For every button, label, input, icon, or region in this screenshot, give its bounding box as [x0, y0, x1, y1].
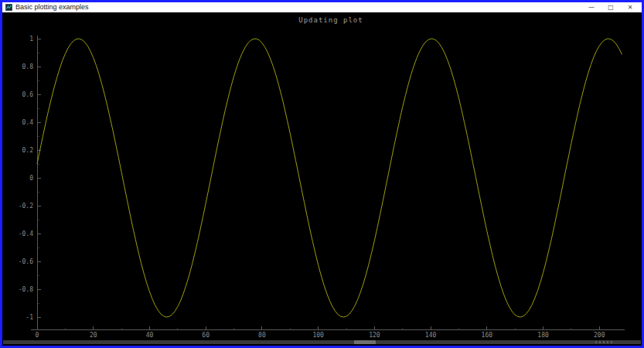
svg-text:140: 140: [425, 332, 437, 339]
title-bar[interactable]: Basic plotting examples — □ ✕: [2, 2, 642, 12]
svg-text:180: 180: [537, 332, 549, 339]
svg-text:0: 0: [36, 332, 39, 339]
svg-text:-0.8: -0.8: [19, 286, 33, 293]
svg-text:100: 100: [312, 332, 324, 339]
svg-text:-0.6: -0.6: [19, 258, 33, 265]
window-title: Basic plotting examples: [15, 2, 89, 12]
svg-text:20: 20: [90, 332, 97, 339]
svg-text:60: 60: [202, 332, 210, 339]
svg-text:-0.2: -0.2: [19, 203, 33, 210]
tick-labels: 020406080100120140160180200-1-0.8-0.6-0.…: [19, 36, 605, 339]
app-icon[interactable]: [5, 4, 12, 11]
svg-text:0.6: 0.6: [22, 91, 34, 98]
tick-marks: [37, 39, 599, 329]
plot-canvas[interactable]: 020406080100120140160180200-1-0.8-0.6-0.…: [2, 12, 642, 346]
svg-text:200: 200: [594, 332, 605, 339]
close-icon[interactable]: ✕: [625, 2, 635, 12]
svg-text:0: 0: [29, 175, 33, 182]
maximize-icon[interactable]: □: [606, 2, 615, 12]
axes: [31, 36, 625, 330]
horizontal-scrollbar-thumb[interactable]: [354, 340, 376, 344]
scrollbar-grip: [595, 341, 614, 343]
svg-text:80: 80: [258, 332, 266, 339]
svg-text:0.4: 0.4: [22, 119, 34, 126]
window-frame: Basic plotting examples — □ ✕ Updating p…: [0, 0, 644, 348]
svg-text:-0.4: -0.4: [19, 230, 33, 237]
window-controls: — □ ✕: [587, 2, 639, 12]
svg-text:0.2: 0.2: [22, 147, 34, 154]
svg-text:160: 160: [482, 332, 493, 339]
sine-curve: [37, 39, 622, 317]
plot-window-content: Updating plot 02040608010012014016018020…: [2, 12, 642, 346]
minimize-icon[interactable]: —: [587, 2, 596, 12]
svg-text:120: 120: [369, 332, 380, 339]
svg-text:-1: -1: [26, 314, 33, 321]
svg-text:1: 1: [29, 36, 33, 43]
svg-text:40: 40: [146, 332, 154, 339]
svg-text:0.8: 0.8: [22, 63, 34, 70]
horizontal-scrollbar-track[interactable]: [3, 340, 641, 344]
